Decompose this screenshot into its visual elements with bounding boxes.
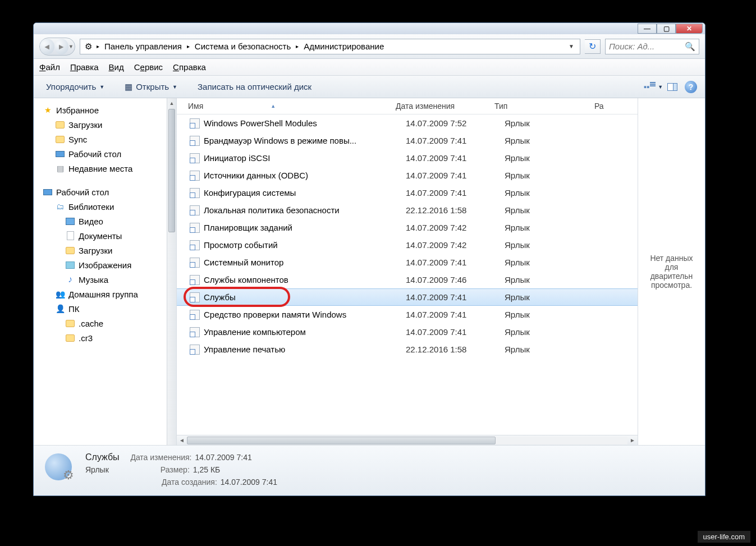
sort-indicator-icon: ▲ [271, 103, 276, 109]
minimize-button[interactable]: — [638, 24, 657, 34]
file-row[interactable]: Брандмауэр Windows в режиме повы...14.07… [177, 132, 638, 149]
view-mode-button[interactable]: ▪▪ ▼ [647, 81, 660, 93]
shortcut-icon [189, 327, 200, 338]
help-icon[interactable]: ? [685, 81, 697, 93]
close-button[interactable]: ✕ [676, 24, 703, 34]
sidebar-cr3[interactable]: .cr3 [43, 331, 176, 345]
file-row[interactable]: Windows PowerShell Modules14.07.2009 7:5… [177, 114, 638, 132]
explorer-window: — ▢ ✕ ◄ ► ▼ ⚙ ▸ Панель управления ▸ Сист… [33, 22, 705, 496]
shortcut-icon [189, 205, 200, 216]
file-row[interactable]: Конфигурация системы14.07.2009 7:41Ярлык [177, 184, 638, 201]
sidebar-cache[interactable]: .cache [43, 316, 176, 331]
menubar: Файл Правка Вид Сервис Справка [34, 59, 705, 76]
sidebar-music[interactable]: ♪Музыка [43, 272, 176, 287]
shortcut-icon [189, 222, 200, 233]
burn-button[interactable]: Записать на оптический диск [193, 80, 316, 94]
shortcut-icon [189, 309, 200, 320]
toolbar: Упорядочить▼ ▦ Открыть▼ Записать на опти… [34, 76, 705, 98]
file-name: Управление печатью [204, 345, 406, 354]
file-row[interactable]: Просмотр событий14.07.2009 7:42Ярлык [177, 236, 638, 254]
file-row[interactable]: Системный монитор14.07.2009 7:41Ярлык [177, 254, 638, 271]
breadcrumb-chevron[interactable]: ▸ [185, 43, 191, 49]
sidebar-favorites[interactable]: ★Избранное [43, 103, 176, 117]
sidebar-documents[interactable]: Документы [43, 228, 176, 243]
breadcrumb-chevron[interactable]: ▸ [294, 43, 300, 49]
file-date: 14.07.2009 7:52 [406, 118, 505, 128]
refresh-button[interactable]: ↻ [585, 39, 601, 54]
search-input[interactable]: Поиск: Ад... 🔍 [605, 39, 699, 54]
column-date[interactable]: Дата изменения [396, 102, 494, 111]
sidebar-video[interactable]: Видео [43, 214, 176, 228]
column-type[interactable]: Тип [494, 102, 594, 111]
breadcrumb-segment[interactable]: Администрирование [301, 42, 386, 51]
file-row[interactable]: Управление компьютером14.07.2009 7:41Ярл… [177, 323, 638, 341]
sidebar-recent[interactable]: ▤Недавние места [43, 161, 176, 176]
shortcut-icon [189, 118, 200, 129]
file-type: Ярлык [505, 310, 604, 319]
file-row[interactable]: Средство проверки памяти Windows14.07.20… [177, 306, 638, 323]
breadcrumb-chevron[interactable]: ▸ [95, 43, 101, 49]
file-row[interactable]: Источники данных (ODBC)14.07.2009 7:41Яр… [177, 167, 638, 184]
sidebar-pictures[interactable]: Изображения [43, 258, 176, 272]
breadcrumb-segment[interactable]: Панель управления [102, 42, 184, 51]
file-name: Системный монитор [204, 258, 406, 267]
sidebar-desktop[interactable]: Рабочий стол [43, 146, 176, 161]
file-date: 14.07.2009 7:41 [406, 327, 505, 337]
column-size[interactable]: Ра [594, 102, 638, 111]
file-type: Ярлык [505, 240, 604, 250]
file-row[interactable]: Управление печатью22.12.2016 1:58Ярлык [177, 341, 638, 358]
column-name[interactable]: Имя▲ [177, 102, 396, 111]
file-name: Windows PowerShell Modules [204, 118, 406, 128]
horizontal-scrollbar[interactable]: ◄ ► [177, 435, 638, 445]
sidebar-desktop-root[interactable]: Рабочий стол [43, 185, 176, 199]
file-row[interactable]: Службы компонентов14.07.2009 7:46Ярлык [177, 271, 638, 288]
preview-pane-button[interactable] [666, 81, 679, 93]
details-icon [43, 451, 74, 483]
file-date: 14.07.2009 7:41 [406, 153, 505, 163]
menu-service[interactable]: Сервис [134, 62, 163, 72]
menu-file[interactable]: Файл [39, 62, 60, 72]
breadcrumb-segment[interactable]: Система и безопасность [193, 42, 293, 51]
forward-button[interactable]: ► [54, 39, 69, 54]
sidebar-libraries[interactable]: 🗂Библиотеки [43, 199, 176, 214]
file-type: Ярлык [505, 223, 604, 232]
sidebar-downloads2[interactable]: Загрузки [43, 243, 176, 258]
nav-history: ◄ ► ▼ [39, 38, 75, 56]
menu-help[interactable]: Справка [173, 62, 206, 72]
file-type: Ярлык [505, 188, 604, 198]
shortcut-icon [189, 344, 200, 355]
sidebar-homegroup[interactable]: 👥Домашняя группа [43, 287, 176, 301]
shortcut-icon [189, 292, 200, 303]
file-name: Инициатор iSCSI [204, 153, 406, 163]
file-name: Средство проверки памяти Windows [204, 310, 406, 319]
sidebar-scrollbar[interactable]: ▲ [167, 98, 176, 445]
back-button[interactable]: ◄ [40, 39, 54, 54]
search-icon[interactable]: 🔍 [685, 42, 695, 52]
address-bar[interactable]: ⚙ ▸ Панель управления ▸ Система и безопа… [80, 39, 580, 54]
watermark: user-life.com [698, 531, 750, 543]
file-date: 14.07.2009 7:41 [406, 188, 505, 198]
file-type: Ярлык [505, 118, 604, 128]
file-name: Источники данных (ODBC) [204, 171, 406, 180]
file-row[interactable]: Инициатор iSCSI14.07.2009 7:41Ярлык [177, 149, 638, 167]
preview-pane: Нет данных для дварительн просмотра. [638, 98, 705, 445]
file-row[interactable]: Локальная политика безопасности22.12.201… [177, 201, 638, 219]
maximize-button[interactable]: ▢ [657, 24, 676, 34]
menu-view[interactable]: Вид [109, 62, 124, 72]
sidebar-sync[interactable]: Sync [43, 132, 176, 146]
file-type: Ярлык [505, 171, 604, 180]
file-date: 14.07.2009 7:41 [406, 258, 505, 267]
sidebar-downloads[interactable]: Загрузки [43, 117, 176, 132]
menu-edit[interactable]: Правка [70, 62, 99, 72]
file-type: Ярлык [505, 258, 604, 267]
file-type: Ярлык [505, 327, 604, 337]
details-type: Ярлык [85, 464, 109, 476]
navbar: ◄ ► ▼ ⚙ ▸ Панель управления ▸ Система и … [34, 34, 705, 59]
file-row[interactable]: Службы14.07.2009 7:41Ярлык [177, 288, 638, 306]
history-dropdown[interactable]: ▼ [68, 44, 75, 49]
open-button[interactable]: ▦ Открыть▼ [120, 80, 182, 94]
organize-button[interactable]: Упорядочить▼ [42, 80, 109, 94]
sidebar-pc[interactable]: 👤ПК [43, 301, 176, 316]
address-dropdown[interactable]: ▼ [565, 43, 578, 49]
file-row[interactable]: Планировщик заданий14.07.2009 7:42Ярлык [177, 219, 638, 236]
